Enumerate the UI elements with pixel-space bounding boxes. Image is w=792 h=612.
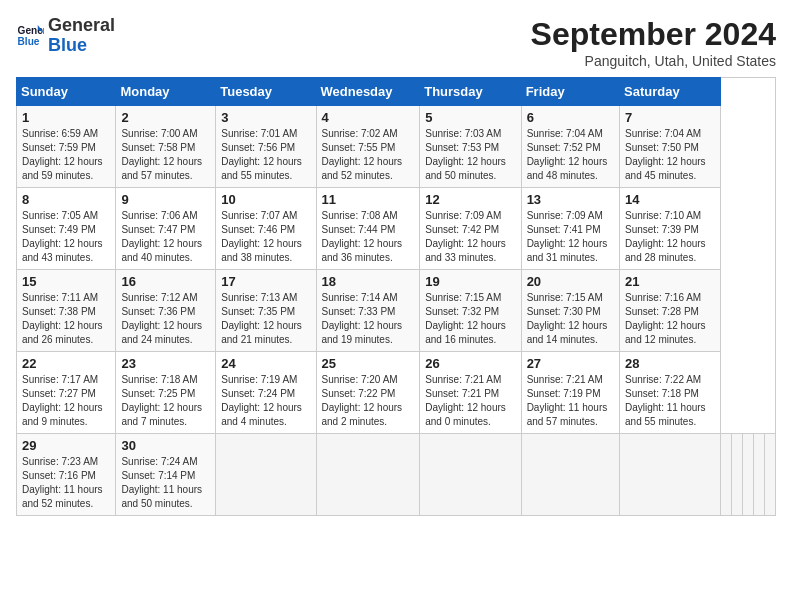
header: General Blue General Blue September 2024… (16, 16, 776, 69)
day-number: 15 (22, 274, 110, 289)
day-number: 8 (22, 192, 110, 207)
day-info: Sunrise: 7:13 AM Sunset: 7:35 PM Dayligh… (221, 291, 310, 347)
day-info: Sunrise: 7:04 AM Sunset: 7:50 PM Dayligh… (625, 127, 715, 183)
table-row: 28 Sunrise: 7:22 AM Sunset: 7:18 PM Dayl… (620, 352, 721, 434)
day-number: 5 (425, 110, 515, 125)
table-row: 1 Sunrise: 6:59 AM Sunset: 7:59 PM Dayli… (17, 106, 116, 188)
day-number: 6 (527, 110, 614, 125)
calendar-week-2: 8 Sunrise: 7:05 AM Sunset: 7:49 PM Dayli… (17, 188, 776, 270)
table-row: 12 Sunrise: 7:09 AM Sunset: 7:42 PM Dayl… (420, 188, 521, 270)
header-monday: Monday (116, 78, 216, 106)
day-info: Sunrise: 7:15 AM Sunset: 7:32 PM Dayligh… (425, 291, 515, 347)
header-tuesday: Tuesday (216, 78, 316, 106)
table-row: 26 Sunrise: 7:21 AM Sunset: 7:21 PM Dayl… (420, 352, 521, 434)
day-number: 21 (625, 274, 715, 289)
logo-line1: General (48, 16, 115, 36)
day-info: Sunrise: 7:19 AM Sunset: 7:24 PM Dayligh… (221, 373, 310, 429)
weekday-header-row: Sunday Monday Tuesday Wednesday Thursday… (17, 78, 776, 106)
table-row (216, 434, 316, 516)
logo-text: General Blue (48, 16, 115, 56)
table-row: 10 Sunrise: 7:07 AM Sunset: 7:46 PM Dayl… (216, 188, 316, 270)
day-number: 28 (625, 356, 715, 371)
day-number: 19 (425, 274, 515, 289)
day-number: 4 (322, 110, 415, 125)
calendar-subtitle: Panguitch, Utah, United States (531, 53, 776, 69)
day-info: Sunrise: 7:17 AM Sunset: 7:27 PM Dayligh… (22, 373, 110, 429)
day-number: 24 (221, 356, 310, 371)
table-row: 5 Sunrise: 7:03 AM Sunset: 7:53 PM Dayli… (420, 106, 521, 188)
day-number: 11 (322, 192, 415, 207)
day-info: Sunrise: 7:14 AM Sunset: 7:33 PM Dayligh… (322, 291, 415, 347)
day-number: 2 (121, 110, 210, 125)
table-row: 11 Sunrise: 7:08 AM Sunset: 7:44 PM Dayl… (316, 188, 420, 270)
empty-cell (753, 434, 764, 516)
day-number: 22 (22, 356, 110, 371)
table-row: 14 Sunrise: 7:10 AM Sunset: 7:39 PM Dayl… (620, 188, 721, 270)
day-number: 1 (22, 110, 110, 125)
day-number: 12 (425, 192, 515, 207)
table-row: 25 Sunrise: 7:20 AM Sunset: 7:22 PM Dayl… (316, 352, 420, 434)
header-saturday: Saturday (620, 78, 721, 106)
table-row: 4 Sunrise: 7:02 AM Sunset: 7:55 PM Dayli… (316, 106, 420, 188)
day-number: 9 (121, 192, 210, 207)
title-area: September 2024 Panguitch, Utah, United S… (531, 16, 776, 69)
table-row: 21 Sunrise: 7:16 AM Sunset: 7:28 PM Dayl… (620, 270, 721, 352)
day-info: Sunrise: 7:11 AM Sunset: 7:38 PM Dayligh… (22, 291, 110, 347)
day-number: 17 (221, 274, 310, 289)
day-info: Sunrise: 7:03 AM Sunset: 7:53 PM Dayligh… (425, 127, 515, 183)
header-thursday: Thursday (420, 78, 521, 106)
table-row: 30 Sunrise: 7:24 AM Sunset: 7:14 PM Dayl… (116, 434, 216, 516)
table-row (420, 434, 521, 516)
day-info: Sunrise: 7:08 AM Sunset: 7:44 PM Dayligh… (322, 209, 415, 265)
day-number: 10 (221, 192, 310, 207)
table-row: 29 Sunrise: 7:23 AM Sunset: 7:16 PM Dayl… (17, 434, 116, 516)
calendar-week-5: 29 Sunrise: 7:23 AM Sunset: 7:16 PM Dayl… (17, 434, 776, 516)
table-row: 24 Sunrise: 7:19 AM Sunset: 7:24 PM Dayl… (216, 352, 316, 434)
day-number: 3 (221, 110, 310, 125)
table-row: 9 Sunrise: 7:06 AM Sunset: 7:47 PM Dayli… (116, 188, 216, 270)
table-row: 17 Sunrise: 7:13 AM Sunset: 7:35 PM Dayl… (216, 270, 316, 352)
table-row: 27 Sunrise: 7:21 AM Sunset: 7:19 PM Dayl… (521, 352, 619, 434)
logo: General Blue General Blue (16, 16, 115, 56)
empty-cell (720, 434, 731, 516)
svg-text:General: General (18, 25, 44, 36)
day-info: Sunrise: 7:05 AM Sunset: 7:49 PM Dayligh… (22, 209, 110, 265)
table-row: 18 Sunrise: 7:14 AM Sunset: 7:33 PM Dayl… (316, 270, 420, 352)
day-number: 7 (625, 110, 715, 125)
svg-text:Blue: Blue (18, 36, 40, 47)
header-friday: Friday (521, 78, 619, 106)
day-info: Sunrise: 7:20 AM Sunset: 7:22 PM Dayligh… (322, 373, 415, 429)
day-info: Sunrise: 7:09 AM Sunset: 7:42 PM Dayligh… (425, 209, 515, 265)
table-row: 19 Sunrise: 7:15 AM Sunset: 7:32 PM Dayl… (420, 270, 521, 352)
logo-icon: General Blue (16, 22, 44, 50)
day-info: Sunrise: 7:22 AM Sunset: 7:18 PM Dayligh… (625, 373, 715, 429)
day-info: Sunrise: 7:07 AM Sunset: 7:46 PM Dayligh… (221, 209, 310, 265)
day-number: 16 (121, 274, 210, 289)
day-number: 23 (121, 356, 210, 371)
day-number: 13 (527, 192, 614, 207)
day-number: 29 (22, 438, 110, 453)
day-number: 26 (425, 356, 515, 371)
table-row: 6 Sunrise: 7:04 AM Sunset: 7:52 PM Dayli… (521, 106, 619, 188)
day-number: 18 (322, 274, 415, 289)
table-row: 2 Sunrise: 7:00 AM Sunset: 7:58 PM Dayli… (116, 106, 216, 188)
day-number: 14 (625, 192, 715, 207)
table-row: 23 Sunrise: 7:18 AM Sunset: 7:25 PM Dayl… (116, 352, 216, 434)
table-row: 22 Sunrise: 7:17 AM Sunset: 7:27 PM Dayl… (17, 352, 116, 434)
day-info: Sunrise: 7:01 AM Sunset: 7:56 PM Dayligh… (221, 127, 310, 183)
table-row (620, 434, 721, 516)
day-info: Sunrise: 7:23 AM Sunset: 7:16 PM Dayligh… (22, 455, 110, 511)
table-row: 13 Sunrise: 7:09 AM Sunset: 7:41 PM Dayl… (521, 188, 619, 270)
table-row (521, 434, 619, 516)
logo-line2: Blue (48, 36, 115, 56)
day-info: Sunrise: 7:21 AM Sunset: 7:19 PM Dayligh… (527, 373, 614, 429)
table-row: 16 Sunrise: 7:12 AM Sunset: 7:36 PM Dayl… (116, 270, 216, 352)
day-number: 20 (527, 274, 614, 289)
day-info: Sunrise: 7:12 AM Sunset: 7:36 PM Dayligh… (121, 291, 210, 347)
day-info: Sunrise: 7:04 AM Sunset: 7:52 PM Dayligh… (527, 127, 614, 183)
day-info: Sunrise: 7:18 AM Sunset: 7:25 PM Dayligh… (121, 373, 210, 429)
table-row: 15 Sunrise: 7:11 AM Sunset: 7:38 PM Dayl… (17, 270, 116, 352)
day-number: 30 (121, 438, 210, 453)
day-info: Sunrise: 7:24 AM Sunset: 7:14 PM Dayligh… (121, 455, 210, 511)
calendar-table: Sunday Monday Tuesday Wednesday Thursday… (16, 77, 776, 516)
